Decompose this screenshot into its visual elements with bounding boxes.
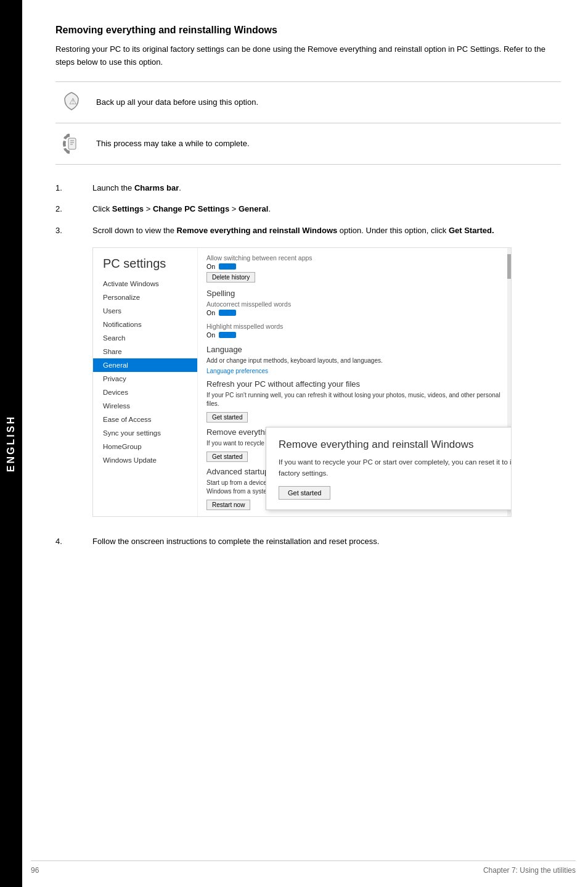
delete-history-button[interactable]: Delete history (206, 272, 255, 283)
step-2: 2. Click Settings > Change PC Settings >… (55, 203, 561, 216)
settings-title: PC settings (93, 248, 197, 277)
restart-now-button[interactable]: Restart now (206, 500, 250, 510)
settings-content: Allow switching between recent apps On D… (198, 248, 511, 516)
recent-apps-toggle[interactable] (219, 263, 236, 270)
autocorrect-value: On (206, 309, 502, 316)
side-label: ENGLISH (0, 0, 22, 887)
step-2-num: 2. (55, 203, 92, 216)
refresh-header: Refresh your PC without affecting your f… (206, 379, 502, 389)
popup-title: Remove everything and reinstall Windows (279, 439, 511, 451)
language-pref-link[interactable]: Language preferences (206, 368, 268, 374)
language-desc: Add or change input methods, keyboard la… (206, 357, 502, 365)
steps-list: 1. Launch the Charms bar. 2. Click Setti… (55, 182, 561, 237)
autocorrect-toggle[interactable] (219, 310, 236, 316)
sidebar-item-activate[interactable]: Activate Windows (93, 277, 197, 291)
pc-settings-screenshot: PC settings Activate Windows Personalize… (92, 247, 512, 517)
highlight-value: On (206, 331, 502, 339)
page-number: 96 (31, 866, 39, 875)
sidebar-item-devices[interactable]: Devices (93, 386, 197, 399)
sidebar-item-share[interactable]: Share (93, 345, 197, 358)
page-footer: 96 Chapter 7: Using the utilities (31, 860, 576, 875)
sidebar-item-sync[interactable]: Sync your settings (93, 426, 197, 440)
step-4: 4. Follow the onscreen instructions to c… (55, 535, 561, 548)
time-icon (55, 132, 88, 155)
intro-text: Restoring your PC to its original factor… (55, 43, 561, 69)
recent-apps-row: Allow switching between recent apps On D… (206, 254, 502, 283)
side-label-text: ENGLISH (6, 415, 17, 472)
refresh-get-started-button[interactable]: Get started (206, 412, 248, 423)
recent-apps-on: On (206, 263, 215, 270)
sidebar-item-privacy[interactable]: Privacy (93, 372, 197, 386)
step-1-body: Launch the Charms bar. (92, 182, 561, 195)
sidebar-item-personalize[interactable]: Personalize (93, 291, 197, 304)
highlight-on: On (206, 331, 215, 339)
backup-notice: ⚠ Back up all your data before using thi… (55, 81, 561, 123)
remove-popup: Remove everything and reinstall Windows … (266, 427, 511, 510)
highlight-label: Highlight misspelled words (206, 323, 502, 330)
sidebar-item-homegroup[interactable]: HomeGroup (93, 440, 197, 453)
time-notice: This process may take a while to complet… (55, 123, 561, 165)
step-4-num: 4. (55, 535, 92, 548)
svg-text:⚠: ⚠ (69, 96, 77, 106)
refresh-desc: If your PC isn't running well, you can r… (206, 391, 502, 408)
step-1: 1. Launch the Charms bar. (55, 182, 561, 195)
highlight-row: Highlight misspelled words On (206, 323, 502, 339)
sidebar-item-notifications[interactable]: Notifications (93, 318, 197, 331)
step-1-num: 1. (55, 182, 92, 195)
step-3-num: 3. (55, 225, 92, 237)
popup-get-started-button[interactable]: Get started (279, 486, 330, 500)
svg-rect-1 (68, 138, 76, 149)
recent-apps-value: On (206, 263, 502, 270)
recent-apps-label: Allow switching between recent apps (206, 254, 502, 262)
sidebar-item-ease[interactable]: Ease of Access (93, 413, 197, 426)
backup-icon: ⚠ (55, 91, 88, 114)
step-2-body: Click Settings > Change PC Settings > Ge… (92, 203, 561, 216)
step-4-body: Follow the onscreen instructions to comp… (92, 535, 561, 548)
chapter-label: Chapter 7: Using the utilities (483, 866, 576, 875)
sidebar-item-users[interactable]: Users (93, 304, 197, 318)
language-header: Language (206, 345, 502, 354)
scrollbar-thumb[interactable] (507, 254, 511, 279)
section-title: Removing everything and reinstalling Win… (55, 25, 563, 36)
step-3-body: Scroll down to view the Remove everythin… (92, 225, 561, 237)
settings-sidebar: PC settings Activate Windows Personalize… (93, 248, 198, 516)
autocorrect-on: On (206, 309, 215, 316)
popup-desc: If you want to recycle your PC or start … (279, 457, 511, 479)
backup-notice-text: Back up all your data before using this … (96, 96, 258, 109)
spelling-header: Spelling (206, 289, 502, 298)
autocorrect-label: Autocorrect misspelled words (206, 300, 502, 308)
sidebar-item-windows-update[interactable]: Windows Update (93, 453, 197, 467)
highlight-toggle[interactable] (219, 332, 236, 338)
sidebar-item-search[interactable]: Search (93, 331, 197, 345)
remove-get-started-button[interactable]: Get started (206, 452, 248, 462)
step-4-container: 4. Follow the onscreen instructions to c… (55, 535, 561, 548)
autocorrect-row: Autocorrect misspelled words On (206, 300, 502, 316)
sidebar-item-general[interactable]: General (93, 358, 197, 372)
time-notice-text: This process may take a while to complet… (96, 138, 250, 150)
sidebar-item-wireless[interactable]: Wireless (93, 399, 197, 413)
step-3: 3. Scroll down to view the Remove everyt… (55, 225, 561, 237)
